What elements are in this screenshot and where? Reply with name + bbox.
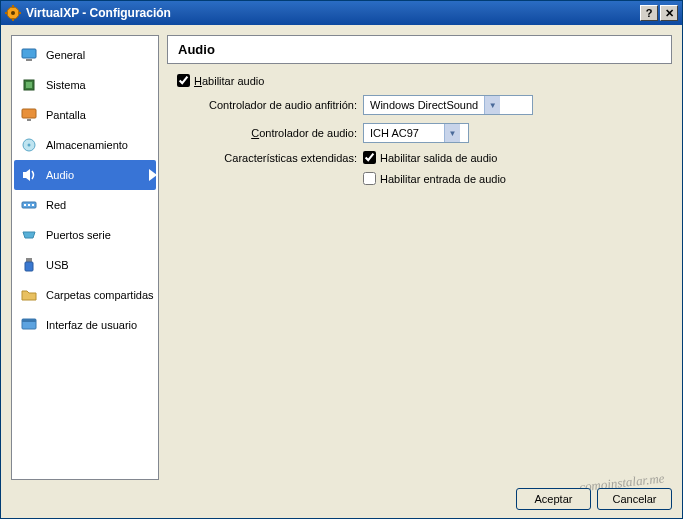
network-icon	[20, 196, 38, 214]
sidebar-item-audio[interactable]: Audio	[14, 160, 156, 190]
sidebar-item-system[interactable]: Sistema	[14, 70, 156, 100]
selected-indicator-icon	[149, 169, 157, 181]
sidebar-item-label: Sistema	[46, 79, 86, 91]
enable-audio-label: Habilitar audio	[194, 75, 264, 87]
client-area: General Sistema Pantalla Almacenamiento …	[1, 25, 682, 518]
ok-button[interactable]: Aceptar	[516, 488, 591, 510]
button-row: Aceptar Cancelar	[11, 480, 672, 510]
sidebar-item-label: Audio	[46, 169, 74, 181]
svg-rect-21	[22, 319, 36, 322]
cancel-button[interactable]: Cancelar	[597, 488, 672, 510]
speaker-icon	[20, 166, 38, 184]
window-title: VirtualXP - Configuración	[26, 6, 640, 20]
svg-rect-19	[25, 262, 33, 271]
form-area: Habilitar audio Controlador de audio anf…	[167, 74, 672, 193]
main-panel: Audio Habilitar audio Controlador de aud…	[167, 35, 672, 480]
sidebar-item-label: Red	[46, 199, 66, 211]
disk-icon	[20, 136, 38, 154]
sidebar-item-ui[interactable]: Interfaz de usuario	[14, 310, 156, 340]
host-driver-value: Windows DirectSound	[364, 96, 484, 114]
host-driver-select[interactable]: Windows DirectSound ▼	[363, 95, 533, 115]
svg-rect-11	[27, 119, 31, 121]
sidebar-item-label: Puertos serie	[46, 229, 111, 241]
svg-point-13	[28, 144, 31, 147]
extended-label: Características extendidas:	[167, 152, 363, 164]
page-title: Audio	[178, 42, 661, 57]
svg-rect-9	[26, 82, 32, 88]
svg-rect-10	[22, 109, 36, 118]
sidebar-item-label: Carpetas compartidas	[46, 289, 154, 301]
chip-icon	[20, 76, 38, 94]
enable-output-label: Habilitar salida de audio	[380, 152, 497, 164]
chevron-down-icon: ▼	[484, 96, 500, 114]
sidebar-item-network[interactable]: Red	[14, 190, 156, 220]
sidebar-item-label: Almacenamiento	[46, 139, 128, 151]
sidebar-item-serial[interactable]: Puertos serie	[14, 220, 156, 250]
chevron-down-icon: ▼	[444, 124, 460, 142]
ui-icon	[20, 316, 38, 334]
sidebar-item-general[interactable]: General	[14, 40, 156, 70]
monitor-icon	[20, 46, 38, 64]
svg-rect-17	[32, 204, 34, 206]
enable-output-checkbox[interactable]: Habilitar salida de audio	[363, 151, 497, 164]
sidebar-item-label: General	[46, 49, 85, 61]
display-icon	[20, 106, 38, 124]
page-title-box: Audio	[167, 35, 672, 64]
svg-rect-7	[26, 59, 32, 61]
enable-input-label: Habilitar entrada de audio	[380, 173, 506, 185]
usb-icon	[20, 256, 38, 274]
sidebar-item-usb[interactable]: USB	[14, 250, 156, 280]
svg-rect-18	[26, 258, 32, 262]
controller-select[interactable]: ICH AC97 ▼	[363, 123, 469, 143]
sidebar-item-shared-folders[interactable]: Carpetas compartidas	[14, 280, 156, 310]
folder-icon	[20, 286, 38, 304]
enable-input-input[interactable]	[363, 172, 376, 185]
svg-rect-6	[22, 49, 36, 58]
sidebar-item-label: USB	[46, 259, 69, 271]
sidebar-item-label: Interfaz de usuario	[46, 319, 137, 331]
settings-window: VirtualXP - Configuración ? ✕ General Si…	[0, 0, 683, 519]
help-button[interactable]: ?	[640, 5, 658, 21]
enable-audio-input[interactable]	[177, 74, 190, 87]
serial-icon	[20, 226, 38, 244]
enable-output-input[interactable]	[363, 151, 376, 164]
svg-point-1	[11, 11, 15, 15]
titlebar: VirtualXP - Configuración ? ✕	[1, 1, 682, 25]
close-button[interactable]: ✕	[660, 5, 678, 21]
svg-rect-16	[28, 204, 30, 206]
sidebar-item-display[interactable]: Pantalla	[14, 100, 156, 130]
sidebar-item-label: Pantalla	[46, 109, 86, 121]
svg-rect-15	[24, 204, 26, 206]
window-buttons: ? ✕	[640, 5, 678, 21]
controller-label: CControlador de audio:ontrolador de audi…	[167, 127, 363, 139]
enable-audio-checkbox[interactable]: Habilitar audio	[177, 74, 264, 87]
enable-input-checkbox[interactable]: Habilitar entrada de audio	[363, 172, 506, 185]
host-driver-label: Controlador de audio anfitrión:	[167, 99, 363, 111]
controller-value: ICH AC97	[364, 124, 444, 142]
app-icon	[5, 5, 21, 21]
sidebar-item-storage[interactable]: Almacenamiento	[14, 130, 156, 160]
sidebar: General Sistema Pantalla Almacenamiento …	[11, 35, 159, 480]
